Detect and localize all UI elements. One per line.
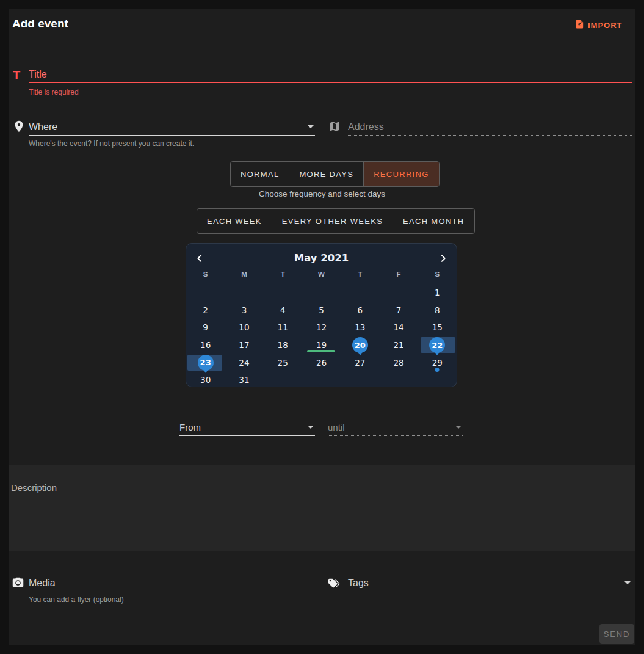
import-button-label: IMPORT bbox=[588, 21, 623, 30]
calendar-day-21[interactable]: 21 bbox=[379, 336, 418, 354]
send-button[interactable]: SEND bbox=[599, 624, 634, 644]
weekday-label: F bbox=[379, 271, 418, 283]
calendar-day-12[interactable]: 12 bbox=[302, 319, 341, 336]
calendar-day-24[interactable]: 24 bbox=[225, 354, 263, 371]
media-input[interactable] bbox=[29, 574, 315, 592]
day-number: 5 bbox=[319, 305, 324, 315]
weekday-label: M bbox=[225, 271, 263, 283]
tags-select[interactable]: Tags bbox=[348, 574, 632, 592]
chevron-down-icon bbox=[624, 581, 631, 584]
day-number: 8 bbox=[435, 305, 440, 315]
chevron-down-icon bbox=[308, 125, 314, 128]
event-type-tabs: NORMAL MORE DAYS RECURRING bbox=[230, 161, 440, 187]
weekday-label: S bbox=[186, 271, 225, 283]
calendar-day-6[interactable]: 6 bbox=[341, 302, 379, 319]
map-marker-icon bbox=[12, 120, 26, 136]
tab-every-other-weeks[interactable]: EVERY OTHER WEEKS bbox=[272, 209, 393, 233]
description-section-background bbox=[9, 465, 635, 551]
day-number: 13 bbox=[355, 322, 365, 332]
calendar-day-18[interactable]: 18 bbox=[264, 336, 302, 354]
calendar-day-empty bbox=[341, 284, 379, 302]
calendar-day-7[interactable]: 7 bbox=[379, 302, 418, 319]
from-select-label: From bbox=[179, 422, 201, 432]
day-number: 25 bbox=[278, 358, 288, 368]
day-number: 3 bbox=[242, 305, 247, 315]
calendar-day-1[interactable]: 1 bbox=[418, 284, 457, 302]
calendar-day-8[interactable]: 8 bbox=[418, 302, 457, 319]
description-underline bbox=[11, 540, 633, 540]
calendar-day-3[interactable]: 3 bbox=[225, 302, 263, 319]
day-number: 10 bbox=[239, 322, 249, 332]
day-number: 17 bbox=[239, 340, 249, 350]
chevron-down-icon bbox=[308, 426, 314, 429]
where-select[interactable]: Where bbox=[29, 118, 315, 136]
calendar-day-5[interactable]: 5 bbox=[302, 302, 341, 319]
calendar-day-30[interactable]: 30 bbox=[186, 371, 225, 389]
chevron-down-icon bbox=[455, 426, 461, 429]
until-time-select[interactable]: until bbox=[328, 419, 463, 436]
day-number: 24 bbox=[239, 358, 249, 368]
day-number: 14 bbox=[393, 322, 403, 332]
import-button[interactable]: IMPORT bbox=[574, 18, 623, 32]
calendar-day-10[interactable]: 10 bbox=[225, 319, 263, 336]
calendar-day-15[interactable]: 15 bbox=[418, 319, 457, 336]
calendar-day-29[interactable]: 29 bbox=[418, 354, 457, 371]
description-textarea[interactable]: Description bbox=[11, 482, 57, 493]
day-number: 27 bbox=[355, 358, 365, 368]
calendar-day-16[interactable]: 16 bbox=[186, 336, 225, 354]
calendar-day-11[interactable]: 11 bbox=[264, 319, 302, 336]
day-number: 31 bbox=[239, 375, 249, 385]
calendar-day-13[interactable]: 13 bbox=[341, 319, 379, 336]
title-input[interactable] bbox=[29, 66, 632, 83]
calendar-day-19[interactable]: 19 bbox=[302, 336, 341, 354]
tab-recurring[interactable]: RECURRING bbox=[364, 162, 438, 186]
calendar-day-empty bbox=[264, 371, 302, 389]
tab-each-week[interactable]: EACH WEEK bbox=[197, 209, 272, 233]
day-number: 4 bbox=[280, 305, 286, 315]
calendar-day-23[interactable]: 23 bbox=[186, 354, 225, 371]
calendar-day-empty bbox=[302, 284, 341, 302]
calendar-day-20[interactable]: 20 bbox=[341, 336, 379, 354]
calendar-day-empty bbox=[302, 371, 341, 389]
calendar-weekday-row: S M T W T F S bbox=[186, 271, 457, 283]
chevron-right-icon[interactable] bbox=[437, 252, 449, 264]
calendar-day-25[interactable]: 25 bbox=[264, 354, 302, 371]
day-number: 28 bbox=[393, 358, 403, 368]
tag-multiple-icon bbox=[327, 576, 341, 592]
tab-normal[interactable]: NORMAL bbox=[231, 162, 289, 186]
day-number: 9 bbox=[203, 322, 208, 332]
calendar-day-4[interactable]: 4 bbox=[264, 302, 302, 319]
day-number: 21 bbox=[393, 340, 403, 350]
calendar-day-empty bbox=[379, 371, 418, 389]
selected-day-balloon: 23 bbox=[198, 355, 214, 371]
selected-day-balloon: 20 bbox=[352, 337, 368, 353]
calendar-day-14[interactable]: 14 bbox=[379, 319, 418, 336]
calendar-day-22[interactable]: 22 bbox=[418, 336, 457, 354]
calendar-day-26[interactable]: 26 bbox=[302, 354, 341, 371]
day-number: 11 bbox=[278, 322, 288, 332]
chevron-left-icon[interactable] bbox=[194, 252, 206, 264]
frequency-helper-text: Choose frequency and select days bbox=[0, 189, 644, 198]
day-number: 7 bbox=[396, 305, 402, 315]
tab-each-month[interactable]: EACH MONTH bbox=[393, 209, 474, 233]
calendar-day-28[interactable]: 28 bbox=[379, 354, 418, 371]
tags-select-label: Tags bbox=[348, 578, 369, 589]
calendar-day-31[interactable]: 31 bbox=[225, 371, 263, 389]
tab-more-days[interactable]: MORE DAYS bbox=[289, 162, 364, 186]
from-time-select[interactable]: From bbox=[179, 419, 315, 436]
address-input[interactable] bbox=[348, 118, 632, 136]
calendar-day-empty bbox=[225, 284, 263, 302]
until-select-label: until bbox=[328, 422, 345, 432]
day-number: 12 bbox=[316, 322, 327, 332]
calendar-day-17[interactable]: 17 bbox=[225, 336, 263, 354]
weekday-label: T bbox=[341, 271, 379, 283]
day-number: 2 bbox=[203, 305, 208, 315]
calendar-day-9[interactable]: 9 bbox=[186, 319, 225, 336]
calendar-day-2[interactable]: 2 bbox=[186, 302, 225, 319]
calendar-day-27[interactable]: 27 bbox=[341, 354, 379, 371]
day-number: 30 bbox=[200, 375, 211, 385]
calendar-grid: 1234567891011121314151617181920212223242… bbox=[186, 284, 457, 389]
add-event-page: Add event IMPORT T Title is required Whe… bbox=[0, 0, 644, 654]
day-number: 1 bbox=[435, 288, 440, 297]
today-underline bbox=[307, 350, 335, 352]
